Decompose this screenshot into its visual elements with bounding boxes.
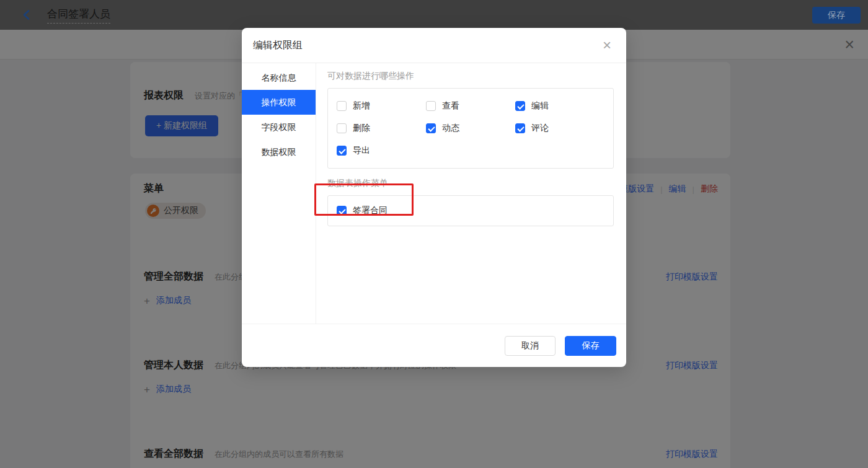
dialog-close-icon[interactable]: ×	[599, 38, 615, 53]
page-title: 合同签署人员	[47, 7, 110, 24]
dialog-tab-nav: 名称信息操作权限字段权限数据权限	[242, 63, 316, 324]
edit-permission-group-dialog: 编辑权限组 × 名称信息操作权限字段权限数据权限 可对数据进行哪些操作 新增查看…	[242, 28, 626, 367]
op-checkbox-6[interactable]	[337, 146, 347, 156]
menu-op-checkbox-0[interactable]	[337, 206, 347, 216]
op-checkbox-label-6: 导出	[353, 145, 370, 156]
op-checkbox-item-2[interactable]: 编辑	[515, 95, 604, 117]
op-checkbox-item-6[interactable]: 导出	[337, 139, 426, 162]
op-checkbox-5[interactable]	[515, 123, 525, 133]
op-checkbox-item-1[interactable]: 查看	[426, 95, 515, 117]
dialog-tab-0[interactable]: 名称信息	[242, 65, 316, 90]
dialog-title: 编辑权限组	[253, 39, 303, 52]
cancel-button[interactable]: 取消	[505, 336, 556, 356]
op-checkbox-0[interactable]	[337, 101, 347, 111]
op-checkbox-2[interactable]	[515, 101, 525, 111]
menu-op-checkbox-item-0[interactable]: 签署合同	[337, 200, 604, 221]
menu-op-checkbox-label-0: 签署合同	[353, 205, 388, 216]
operations-section-label: 可对数据进行哪些操作	[327, 71, 614, 82]
op-checkbox-label-3: 删除	[353, 123, 370, 134]
op-checkbox-item-5[interactable]: 评论	[515, 117, 604, 139]
operations-checkbox-group: 新增查看编辑删除动态评论导出	[327, 88, 614, 169]
table-menu-checkbox-group: 签署合同	[327, 195, 614, 226]
dialog-tab-2[interactable]: 字段权限	[242, 115, 316, 139]
save-button[interactable]: 保存	[565, 336, 616, 356]
dialog-tab-3[interactable]: 数据权限	[242, 139, 316, 164]
op-checkbox-1[interactable]	[426, 101, 436, 111]
dialog-content: 可对数据进行哪些操作 新增查看编辑删除动态评论导出 数据表操作菜单 签署合同	[316, 63, 626, 324]
op-checkbox-item-0[interactable]: 新增	[337, 95, 426, 117]
op-checkbox-label-5: 评论	[531, 123, 549, 134]
op-checkbox-label-2: 编辑	[531, 100, 549, 112]
dialog-header: 编辑权限组 ×	[242, 28, 626, 63]
topbar: 合同签署人员 保存	[0, 0, 868, 30]
op-checkbox-item-4[interactable]: 动态	[426, 117, 515, 139]
dialog-body: 名称信息操作权限字段权限数据权限 可对数据进行哪些操作 新增查看编辑删除动态评论…	[242, 63, 626, 324]
op-checkbox-item-3[interactable]: 删除	[337, 117, 426, 139]
topbar-save-button[interactable]: 保存	[812, 7, 861, 24]
op-checkbox-4[interactable]	[426, 123, 436, 133]
dialog-footer: 取消 保存	[242, 324, 626, 367]
op-checkbox-label-0: 新增	[353, 100, 370, 112]
op-checkbox-3[interactable]	[337, 123, 347, 133]
table-menu-section-label: 数据表操作菜单	[327, 178, 614, 189]
dialog-tab-1[interactable]: 操作权限	[242, 90, 316, 115]
back-icon[interactable]	[21, 9, 32, 20]
op-checkbox-label-4: 动态	[442, 123, 459, 134]
op-checkbox-label-1: 查看	[442, 100, 459, 112]
